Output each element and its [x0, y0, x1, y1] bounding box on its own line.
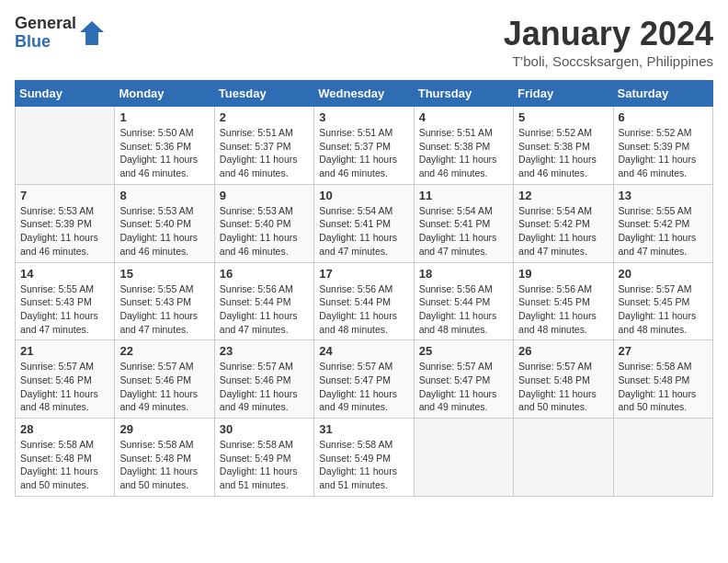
calendar-cell: 21Sunrise: 5:57 AM Sunset: 5:46 PM Dayli…	[16, 340, 115, 419]
svg-marker-0	[80, 21, 104, 45]
month-title: January 2024	[504, 15, 713, 53]
week-row-5: 28Sunrise: 5:58 AM Sunset: 5:48 PM Dayli…	[16, 419, 713, 497]
week-row-2: 7Sunrise: 5:53 AM Sunset: 5:39 PM Daylig…	[16, 184, 713, 262]
calendar-cell: 12Sunrise: 5:54 AM Sunset: 5:42 PM Dayli…	[514, 184, 613, 262]
day-info: Sunrise: 5:53 AM Sunset: 5:40 PM Dayligh…	[119, 204, 209, 259]
day-number: 17	[319, 267, 408, 281]
page-header: General Blue January 2024 T'boli, Soccsk…	[15, 15, 713, 69]
day-info: Sunrise: 5:54 AM Sunset: 5:41 PM Dayligh…	[319, 204, 408, 259]
day-info: Sunrise: 5:54 AM Sunset: 5:42 PM Dayligh…	[518, 204, 608, 259]
day-info: Sunrise: 5:56 AM Sunset: 5:45 PM Dayligh…	[518, 282, 608, 337]
day-number: 23	[220, 344, 309, 358]
header-saturday: Saturday	[613, 81, 712, 107]
day-number: 19	[518, 267, 608, 281]
title-block: January 2024 T'boli, Soccsksargen, Phili…	[504, 15, 713, 69]
day-number: 29	[119, 422, 209, 436]
day-number: 14	[20, 267, 109, 281]
day-number: 4	[419, 110, 508, 124]
day-info: Sunrise: 5:52 AM Sunset: 5:39 PM Dayligh…	[619, 126, 708, 180]
calendar-cell: 18Sunrise: 5:56 AM Sunset: 5:44 PM Dayli…	[414, 262, 513, 340]
day-number: 2	[220, 110, 309, 124]
day-number: 1	[119, 110, 209, 124]
day-number: 9	[220, 189, 309, 202]
calendar-cell: 23Sunrise: 5:57 AM Sunset: 5:46 PM Dayli…	[214, 340, 313, 419]
day-number: 3	[319, 110, 408, 124]
day-number: 7	[20, 189, 109, 202]
day-info: Sunrise: 5:58 AM Sunset: 5:48 PM Dayligh…	[20, 438, 109, 492]
day-number: 26	[518, 344, 608, 358]
day-info: Sunrise: 5:56 AM Sunset: 5:44 PM Dayligh…	[419, 282, 508, 337]
day-number: 25	[419, 344, 508, 358]
calendar-cell	[514, 419, 613, 497]
day-info: Sunrise: 5:51 AM Sunset: 5:38 PM Dayligh…	[419, 126, 508, 180]
header-monday: Monday	[115, 81, 214, 107]
day-info: Sunrise: 5:56 AM Sunset: 5:44 PM Dayligh…	[220, 282, 309, 337]
day-number: 10	[319, 189, 408, 202]
header-sunday: Sunday	[16, 81, 115, 107]
day-info: Sunrise: 5:50 AM Sunset: 5:36 PM Dayligh…	[119, 126, 209, 180]
day-info: Sunrise: 5:58 AM Sunset: 5:49 PM Dayligh…	[319, 438, 408, 492]
day-number: 28	[20, 422, 109, 436]
day-number: 24	[319, 344, 408, 358]
day-info: Sunrise: 5:53 AM Sunset: 5:40 PM Dayligh…	[220, 204, 309, 259]
day-number: 12	[518, 189, 608, 202]
calendar-table: SundayMondayTuesdayWednesdayThursdayFrid…	[15, 80, 713, 497]
calendar-cell: 14Sunrise: 5:55 AM Sunset: 5:43 PM Dayli…	[16, 262, 115, 340]
calendar-cell: 28Sunrise: 5:58 AM Sunset: 5:48 PM Dayli…	[16, 419, 115, 497]
calendar-cell: 26Sunrise: 5:57 AM Sunset: 5:48 PM Dayli…	[514, 340, 613, 419]
calendar-cell: 27Sunrise: 5:58 AM Sunset: 5:48 PM Dayli…	[613, 340, 712, 419]
day-number: 5	[518, 110, 608, 124]
calendar-cell: 13Sunrise: 5:55 AM Sunset: 5:42 PM Dayli…	[613, 184, 712, 262]
day-info: Sunrise: 5:51 AM Sunset: 5:37 PM Dayligh…	[319, 126, 408, 180]
day-info: Sunrise: 5:56 AM Sunset: 5:44 PM Dayligh…	[319, 282, 408, 337]
calendar-cell: 29Sunrise: 5:58 AM Sunset: 5:48 PM Dayli…	[115, 419, 214, 497]
calendar-cell: 16Sunrise: 5:56 AM Sunset: 5:44 PM Dayli…	[214, 262, 313, 340]
day-number: 27	[619, 344, 708, 358]
day-info: Sunrise: 5:58 AM Sunset: 5:48 PM Dayligh…	[619, 360, 708, 414]
calendar-cell: 22Sunrise: 5:57 AM Sunset: 5:46 PM Dayli…	[115, 340, 214, 419]
location-title: T'boli, Soccsksargen, Philippines	[504, 53, 713, 69]
calendar-cell	[414, 419, 513, 497]
logo-blue: Blue	[15, 33, 76, 52]
day-info: Sunrise: 5:55 AM Sunset: 5:42 PM Dayligh…	[619, 204, 708, 259]
day-number: 31	[319, 422, 408, 436]
calendar-cell: 15Sunrise: 5:55 AM Sunset: 5:43 PM Dayli…	[115, 262, 214, 340]
calendar-cell: 25Sunrise: 5:57 AM Sunset: 5:47 PM Dayli…	[414, 340, 513, 419]
calendar-cell: 8Sunrise: 5:53 AM Sunset: 5:40 PM Daylig…	[115, 184, 214, 262]
day-info: Sunrise: 5:57 AM Sunset: 5:47 PM Dayligh…	[419, 360, 508, 414]
calendar-cell: 4Sunrise: 5:51 AM Sunset: 5:38 PM Daylig…	[414, 107, 513, 185]
day-info: Sunrise: 5:57 AM Sunset: 5:46 PM Dayligh…	[220, 360, 309, 414]
day-number: 15	[119, 267, 209, 281]
day-info: Sunrise: 5:55 AM Sunset: 5:43 PM Dayligh…	[119, 282, 209, 337]
calendar-cell: 17Sunrise: 5:56 AM Sunset: 5:44 PM Dayli…	[314, 262, 414, 340]
calendar-cell: 2Sunrise: 5:51 AM Sunset: 5:37 PM Daylig…	[214, 107, 313, 185]
day-info: Sunrise: 5:57 AM Sunset: 5:48 PM Dayligh…	[518, 360, 608, 414]
header-row: SundayMondayTuesdayWednesdayThursdayFrid…	[16, 81, 713, 107]
calendar-cell: 6Sunrise: 5:52 AM Sunset: 5:39 PM Daylig…	[613, 107, 712, 185]
calendar-cell	[613, 419, 712, 497]
day-number: 6	[619, 110, 708, 124]
day-info: Sunrise: 5:58 AM Sunset: 5:49 PM Dayligh…	[220, 438, 309, 492]
calendar-cell: 19Sunrise: 5:56 AM Sunset: 5:45 PM Dayli…	[514, 262, 613, 340]
day-info: Sunrise: 5:52 AM Sunset: 5:38 PM Dayligh…	[518, 126, 608, 180]
calendar-cell: 1Sunrise: 5:50 AM Sunset: 5:36 PM Daylig…	[115, 107, 214, 185]
day-info: Sunrise: 5:57 AM Sunset: 5:45 PM Dayligh…	[619, 282, 708, 337]
calendar-cell: 11Sunrise: 5:54 AM Sunset: 5:41 PM Dayli…	[414, 184, 513, 262]
day-number: 22	[119, 344, 209, 358]
day-info: Sunrise: 5:58 AM Sunset: 5:48 PM Dayligh…	[119, 438, 209, 492]
calendar-cell: 10Sunrise: 5:54 AM Sunset: 5:41 PM Dayli…	[314, 184, 414, 262]
week-row-4: 21Sunrise: 5:57 AM Sunset: 5:46 PM Dayli…	[16, 340, 713, 419]
day-info: Sunrise: 5:51 AM Sunset: 5:37 PM Dayligh…	[220, 126, 309, 180]
day-number: 30	[220, 422, 309, 436]
day-info: Sunrise: 5:54 AM Sunset: 5:41 PM Dayligh…	[419, 204, 508, 259]
day-number: 20	[619, 267, 708, 281]
day-info: Sunrise: 5:57 AM Sunset: 5:46 PM Dayligh…	[119, 360, 209, 414]
calendar-cell: 3Sunrise: 5:51 AM Sunset: 5:37 PM Daylig…	[314, 107, 414, 185]
day-info: Sunrise: 5:57 AM Sunset: 5:47 PM Dayligh…	[319, 360, 408, 414]
calendar-cell: 5Sunrise: 5:52 AM Sunset: 5:38 PM Daylig…	[514, 107, 613, 185]
day-number: 13	[619, 189, 708, 202]
calendar-cell	[16, 107, 115, 185]
header-thursday: Thursday	[414, 81, 513, 107]
day-number: 18	[419, 267, 508, 281]
calendar-cell: 24Sunrise: 5:57 AM Sunset: 5:47 PM Dayli…	[314, 340, 414, 419]
